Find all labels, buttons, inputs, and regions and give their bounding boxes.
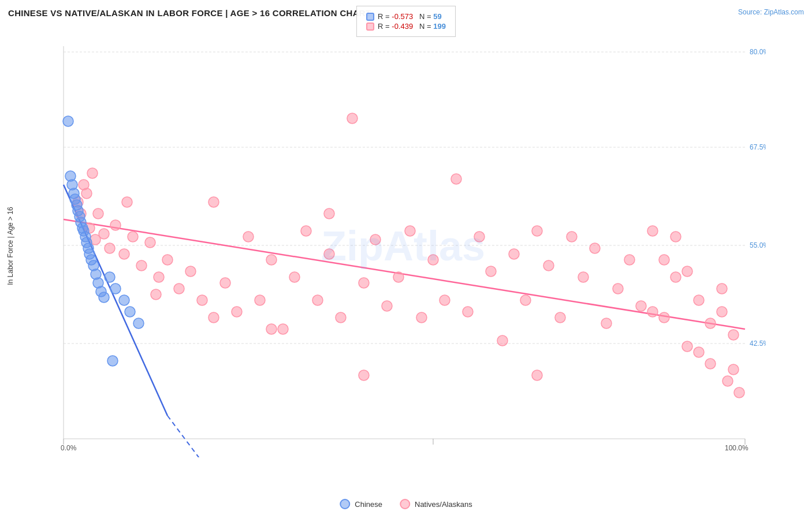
pink-dot bbox=[93, 208, 103, 219]
pink-dot bbox=[278, 324, 288, 334]
pink-dot bbox=[509, 249, 519, 259]
chart-svg: 80.0% 67.5% 55.0% 42.5% 0.0% 100.0% bbox=[40, 35, 766, 457]
pink-dot bbox=[532, 370, 542, 380]
pink-dot bbox=[682, 266, 692, 277]
pink-dot bbox=[347, 113, 357, 124]
pink-dot bbox=[717, 283, 727, 294]
pink-dot bbox=[520, 295, 531, 305]
pink-dot bbox=[255, 295, 265, 305]
pink-dot bbox=[405, 226, 415, 236]
pink-dot bbox=[601, 318, 612, 329]
pink-dot bbox=[208, 312, 219, 323]
legend-label-native: Natives/Alaskans bbox=[415, 500, 472, 509]
legend-label-chinese: Chinese bbox=[355, 500, 382, 509]
y-tick-675: 67.5% bbox=[750, 143, 766, 151]
pink-dot bbox=[208, 197, 219, 207]
blue-dot bbox=[63, 116, 73, 126]
pink-dot bbox=[486, 266, 496, 277]
pink-dot bbox=[243, 232, 254, 242]
pink-dot bbox=[324, 249, 334, 259]
pink-dot bbox=[289, 272, 300, 282]
pink-dot bbox=[671, 272, 681, 282]
pink-dot bbox=[151, 289, 161, 300]
pink-dot bbox=[266, 324, 277, 334]
legend-item-native: Natives/Alaskans bbox=[400, 499, 472, 509]
pink-dot bbox=[220, 278, 230, 288]
pink-dot bbox=[624, 255, 635, 265]
pink-dot bbox=[154, 272, 164, 282]
pink-dot bbox=[197, 295, 207, 305]
blue-dot bbox=[107, 356, 118, 366]
pink-dot bbox=[416, 312, 427, 323]
pink-dot bbox=[532, 226, 542, 236]
pink-dot bbox=[728, 364, 739, 375]
pink-dot bbox=[301, 226, 311, 236]
legend-box-pink-dot bbox=[366, 23, 374, 31]
pink-dot bbox=[659, 255, 669, 265]
pink-dot bbox=[359, 278, 369, 288]
legend-box-row2: R = -0.439 N = 199 bbox=[378, 22, 446, 31]
pink-dot bbox=[590, 243, 600, 253]
y-tick-425: 42.5% bbox=[750, 339, 766, 348]
blue-dot bbox=[119, 295, 129, 305]
pink-dot bbox=[705, 318, 716, 329]
x-tick-100: 100.0% bbox=[725, 444, 748, 452]
pink-dot bbox=[99, 229, 109, 239]
pink-regression-line bbox=[64, 219, 745, 329]
y-tick-80: 80.0% bbox=[750, 48, 766, 56]
legend-dot-chinese bbox=[340, 499, 350, 509]
pink-dot bbox=[717, 307, 727, 317]
pink-dot bbox=[162, 255, 173, 265]
pink-dot bbox=[682, 341, 692, 352]
pink-dot bbox=[359, 370, 369, 380]
pink-dot bbox=[128, 232, 138, 242]
pink-dot bbox=[567, 232, 577, 242]
legend-item-chinese: Chinese bbox=[340, 499, 382, 509]
pink-dot bbox=[370, 234, 381, 245]
pink-dot bbox=[312, 295, 323, 305]
pink-dot bbox=[694, 295, 704, 305]
y-tick-55: 55.0% bbox=[750, 241, 766, 249]
pink-dot bbox=[543, 260, 554, 271]
blue-dot bbox=[105, 272, 115, 282]
legend-dot-native bbox=[400, 499, 410, 509]
blue-dot bbox=[110, 283, 121, 294]
pink-dot bbox=[659, 312, 669, 323]
pink-dot bbox=[613, 283, 623, 294]
pink-dot bbox=[105, 243, 115, 253]
pink-dot bbox=[393, 272, 404, 282]
pink-dot bbox=[694, 347, 704, 357]
pink-dot bbox=[722, 376, 733, 386]
pink-dot bbox=[671, 232, 681, 242]
legend-box: R = -0.573 N = 59 R = -0.439 N = 199 bbox=[356, 6, 456, 37]
pink-dot bbox=[647, 307, 658, 317]
pink-dot bbox=[555, 312, 565, 323]
chart-title: CHINESE VS NATIVE/ALASKAN IN LABOR FORCE… bbox=[8, 8, 371, 18]
pink-dot bbox=[474, 232, 485, 242]
pink-dot bbox=[636, 301, 646, 311]
chart-area: ZipAtlas 80.0% 67.5% 55.0% 42.5% 0.0% 10… bbox=[40, 35, 766, 457]
pink-dot bbox=[174, 283, 184, 294]
pink-dot bbox=[136, 260, 147, 271]
x-tick-0: 0.0% bbox=[61, 444, 77, 452]
pink-dot bbox=[451, 174, 461, 184]
pink-dot bbox=[185, 266, 196, 277]
y-axis-label: In Labor Force | Age > 16 bbox=[6, 207, 14, 285]
pink-dot bbox=[734, 387, 744, 398]
pink-dot bbox=[463, 307, 473, 317]
pink-dot bbox=[578, 272, 588, 282]
pink-dot bbox=[110, 220, 121, 230]
pink-dot bbox=[705, 359, 716, 369]
pink-dot bbox=[232, 307, 242, 317]
blue-dot bbox=[133, 318, 144, 329]
pink-dot bbox=[336, 312, 346, 323]
pink-dot bbox=[79, 180, 89, 190]
pink-dot bbox=[428, 255, 438, 265]
chart-container: CHINESE VS NATIVE/ALASKAN IN LABOR FORCE… bbox=[0, 0, 812, 515]
pink-dot bbox=[382, 301, 392, 311]
pink-dot bbox=[497, 335, 508, 346]
blue-dot bbox=[125, 307, 135, 317]
pink-dot bbox=[324, 208, 334, 219]
blue-regression-dashed bbox=[167, 416, 219, 457]
bottom-legend: Chinese Natives/Alaskans bbox=[340, 499, 472, 509]
